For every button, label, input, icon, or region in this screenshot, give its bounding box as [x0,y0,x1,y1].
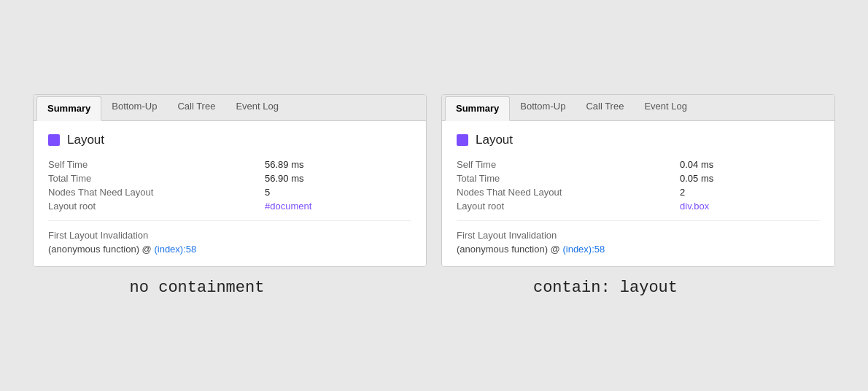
left-invalidation-label: First Layout Invalidation [48,230,411,241]
left-total-time-value: 56.90 ms [265,173,411,184]
right-tab-calltree[interactable]: Call Tree [576,95,634,121]
left-info-table: Self Time 56.89 ms Total Time 56.90 ms N… [48,159,411,212]
left-tab-summary[interactable]: Summary [36,96,101,121]
right-nodes-value: 2 [680,187,820,198]
right-tab-summary[interactable]: Summary [445,96,510,121]
right-invalidation-link[interactable]: (index):58 [562,244,605,255]
left-nodes-label: Nodes That Need Layout [48,187,253,198]
panels-container: Summary Bottom-Up Call Tree Event Log La… [33,94,835,267]
left-invalidation-text: (anonymous function) @ [48,244,154,255]
captions-row: no containment contain: layout [0,279,868,297]
left-nodes-value: 5 [265,187,411,198]
left-layout-root-label: Layout root [48,201,253,212]
left-self-time-value: 56.89 ms [265,159,411,170]
left-invalidation-section: First Layout Invalidation (anonymous fun… [48,220,411,255]
left-tab-eventlog[interactable]: Event Log [225,95,289,121]
right-tab-bar: Summary Bottom-Up Call Tree Event Log [442,95,834,121]
right-layout-root-label: Layout root [457,201,668,212]
left-panel-body: Layout Self Time 56.89 ms Total Time 56.… [34,121,426,266]
right-nodes-label: Nodes That Need Layout [457,187,668,198]
left-total-time-label: Total Time [48,173,253,184]
right-layout-label: Layout [476,133,513,147]
right-invalidation-value: (anonymous function) @ (index):58 [457,244,820,255]
right-self-time-value: 0.04 ms [680,159,820,170]
left-tab-bottomup[interactable]: Bottom-Up [101,95,167,121]
left-section-title: Layout [48,133,411,147]
right-panel: Summary Bottom-Up Call Tree Event Log La… [441,94,835,267]
right-total-time-value: 0.05 ms [680,173,820,184]
right-caption: contain: layout [408,279,802,297]
left-layout-root-value: #document [265,201,411,212]
left-invalidation-value: (anonymous function) @ (index):58 [48,244,411,255]
left-self-time-label: Self Time [48,159,253,170]
right-section-title: Layout [457,133,820,147]
left-layout-label: Layout [67,133,104,147]
left-caption: no containment [0,279,394,297]
left-layout-color-box [48,134,60,146]
left-tab-calltree[interactable]: Call Tree [167,95,225,121]
right-tab-bottomup[interactable]: Bottom-Up [510,95,576,121]
right-tab-eventlog[interactable]: Event Log [634,95,697,121]
right-self-time-label: Self Time [457,159,668,170]
left-panel: Summary Bottom-Up Call Tree Event Log La… [33,94,427,267]
right-invalidation-label: First Layout Invalidation [457,230,820,241]
right-info-table: Self Time 0.04 ms Total Time 0.05 ms Nod… [457,159,820,212]
left-invalidation-link[interactable]: (index):58 [154,244,196,255]
left-tab-bar: Summary Bottom-Up Call Tree Event Log [34,95,426,121]
right-layout-color-box [457,134,468,146]
right-invalidation-text: (anonymous function) @ [457,244,562,255]
right-layout-root-value: div.box [680,201,820,212]
right-total-time-label: Total Time [457,173,668,184]
right-panel-body: Layout Self Time 0.04 ms Total Time 0.05… [442,121,834,266]
right-invalidation-section: First Layout Invalidation (anonymous fun… [457,220,820,255]
